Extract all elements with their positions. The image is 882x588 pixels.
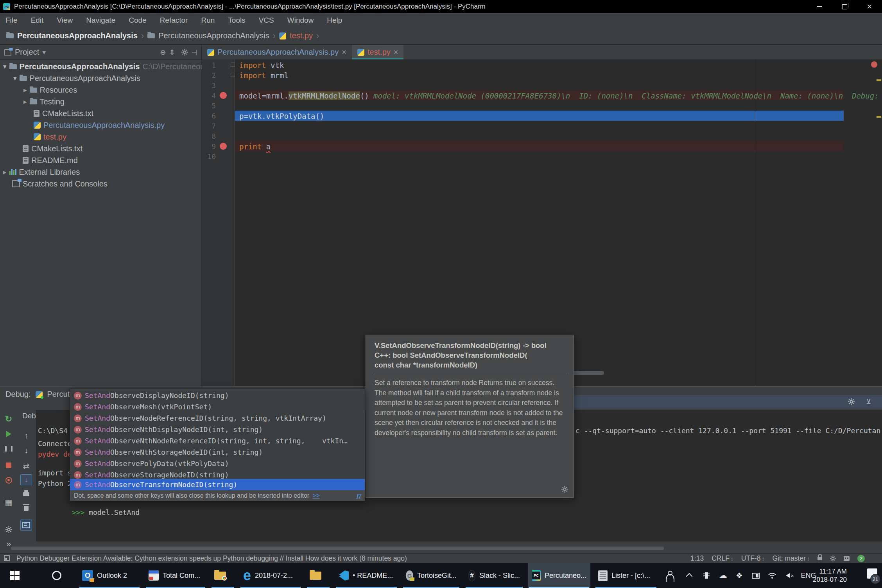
- project-panel-title[interactable]: Project: [15, 48, 39, 57]
- show-prompt-toggle[interactable]: [20, 520, 32, 531]
- menu-window[interactable]: Window: [287, 16, 314, 25]
- menu-refactor[interactable]: Refactor: [160, 16, 188, 25]
- view-breakpoints-button[interactable]: [3, 474, 14, 486]
- tray-display-button[interactable]: [749, 563, 762, 588]
- tree-item-package[interactable]: PercutaneousApproachAnalysis: [13, 72, 140, 84]
- taskbar-app-slack[interactable]: # Slack - Slic...: [464, 563, 524, 588]
- warning-stripe-mark[interactable]: [877, 116, 881, 118]
- tray-expand-button[interactable]: [683, 563, 697, 588]
- menu-navigate[interactable]: Navigate: [86, 16, 115, 25]
- menu-run[interactable]: Run: [201, 16, 215, 25]
- show-command-line-button[interactable]: ↓: [20, 474, 32, 485]
- notification-count-badge[interactable]: 21: [870, 574, 880, 584]
- menu-edit[interactable]: Edit: [31, 16, 44, 25]
- dock-icon[interactable]: ⊻: [866, 398, 871, 406]
- prompt-input[interactable]: model.SetAnd: [89, 508, 140, 516]
- tree-item-main-py[interactable]: PercutaneousApproachAnalysis.py: [34, 119, 165, 131]
- encoding-widget[interactable]: UTF-8: [741, 554, 765, 563]
- taskbar-app-totalcmd[interactable]: Total Com...: [145, 563, 206, 588]
- clear-console-button[interactable]: [20, 502, 32, 514]
- status-message[interactable]: Python Debugger Extension Available: Cyt…: [16, 554, 407, 563]
- fold-marker-icon[interactable]: [231, 73, 235, 77]
- git-branch-widget[interactable]: Git: master: [772, 554, 810, 563]
- menu-tools[interactable]: Tools: [228, 16, 245, 25]
- tree-item-cmakelists-inner[interactable]: CMakeLists.txt: [34, 108, 93, 119]
- expanded-arrow-icon[interactable]: [3, 63, 7, 71]
- tree-item-testing[interactable]: Testing: [23, 96, 65, 108]
- debugger-gear-button[interactable]: [3, 523, 14, 535]
- taskbar-app-vscode[interactable]: • README...: [335, 563, 398, 588]
- completion-item[interactable]: mSetAndObserveNthNodeReferenceID(string,…: [70, 435, 365, 446]
- collapse-all-button[interactable]: ⇕: [169, 48, 175, 57]
- editor-gutter[interactable]: 1 2 3 4 5 6 7 8 9 10: [202, 59, 235, 386]
- menu-view[interactable]: View: [57, 16, 73, 25]
- doc-settings-button[interactable]: [561, 486, 568, 493]
- menu-help[interactable]: Help: [327, 16, 342, 25]
- chevron-down-icon[interactable]: [42, 48, 46, 57]
- line-separator-widget[interactable]: CRLF: [712, 554, 733, 563]
- breadcrumb-file[interactable]: test.py: [290, 31, 313, 40]
- readonly-lock-icon[interactable]: [817, 557, 822, 560]
- restore-layout-button[interactable]: [3, 497, 14, 508]
- tree-item-scratches[interactable]: Scratches and Consoles: [12, 178, 108, 190]
- tray-clock[interactable]: 11:17 AM 2018-07-20: [813, 563, 847, 588]
- collapsed-arrow-icon[interactable]: [23, 98, 27, 106]
- completion-item[interactable]: mSetAndObserveNthStorageNodeID(int, stri…: [70, 446, 365, 458]
- completion-item[interactable]: mSetAndObserveMesh(vtkPointSet): [70, 401, 365, 412]
- completion-item[interactable]: mSetAndObserveDisplayNodeID(string): [70, 390, 365, 401]
- step-up-button[interactable]: [20, 430, 32, 441]
- taskbar-app-tortoisegit[interactable]: G TortoiseGit...: [402, 563, 461, 588]
- tree-item-test-py[interactable]: test.py: [34, 131, 66, 143]
- menu-file[interactable]: File: [5, 16, 18, 25]
- collapsed-arrow-icon[interactable]: [23, 86, 27, 94]
- menu-code[interactable]: Code: [129, 16, 146, 25]
- maximize-button[interactable]: [832, 0, 857, 13]
- parameter-info-icon[interactable]: π: [356, 491, 361, 500]
- tray-dropbox-button[interactable]: [733, 563, 746, 588]
- taskbar-app-explorer-chrome[interactable]: [210, 563, 235, 588]
- hide-panel-button[interactable]: ⊣: [191, 48, 197, 57]
- breadcrumb-project[interactable]: PercutaneousApproachAnalysis: [17, 31, 138, 40]
- taskbar-app-lister[interactable]: Lister - [c:\...: [594, 563, 658, 588]
- tree-item-readme[interactable]: README.md: [23, 154, 78, 166]
- locate-file-button[interactable]: ⊕: [160, 48, 166, 57]
- pause-button[interactable]: [3, 443, 14, 455]
- resume-button[interactable]: [3, 428, 14, 440]
- breakpoint-line4[interactable]: [220, 92, 227, 99]
- completion-item-selected[interactable]: mSetAndObserveTransformNodeID(string): [70, 479, 365, 490]
- expanded-arrow-icon[interactable]: [13, 74, 17, 82]
- completion-item[interactable]: mSetAndObservePolyData(vtkPolyData): [70, 458, 365, 469]
- close-icon[interactable]: [342, 48, 346, 57]
- completion-item[interactable]: mSetAndObserveNodeReferenceID(string, st…: [70, 412, 365, 424]
- tree-item-resources[interactable]: Resources: [23, 84, 77, 96]
- collapsed-arrow-icon[interactable]: [3, 168, 7, 176]
- start-button[interactable]: [7, 563, 23, 588]
- tray-device-button[interactable]: [700, 563, 713, 588]
- notifications-badge[interactable]: 2: [857, 555, 865, 562]
- close-button[interactable]: ×: [857, 0, 882, 13]
- cortana-button[interactable]: [49, 563, 65, 588]
- step-down-button[interactable]: [20, 445, 32, 456]
- print-button[interactable]: [20, 488, 32, 500]
- breakpoint-line9[interactable]: [220, 143, 227, 150]
- panel-settings-button[interactable]: [181, 49, 188, 56]
- warning-stripe-mark[interactable]: [877, 79, 881, 81]
- taskbar-app-edge[interactable]: e 2018-07-2...: [239, 563, 302, 588]
- highlighting-level-button[interactable]: [830, 556, 836, 561]
- tab-main-py[interactable]: PercutaneousApproachAnalysis.py: [202, 45, 352, 59]
- minimize-button[interactable]: [807, 0, 832, 13]
- hector-inspections-icon[interactable]: [844, 556, 850, 561]
- close-icon[interactable]: [394, 48, 398, 57]
- taskbar-app-pycharm-active[interactable]: PC Percutaneo...: [528, 563, 590, 588]
- attach-console-button[interactable]: [20, 460, 32, 472]
- tab-test-py[interactable]: test.py: [352, 45, 404, 59]
- tray-wifi-button[interactable]: [765, 563, 779, 588]
- people-button[interactable]: [662, 563, 678, 588]
- error-stripe-indicator[interactable]: [871, 61, 877, 68]
- console-horizontal-scrollbar[interactable]: [11, 547, 664, 550]
- rerun-button[interactable]: [3, 413, 14, 425]
- taskbar-app-explorer[interactable]: [306, 563, 331, 588]
- taskbar-app-outlook[interactable]: O Outlook 2: [78, 563, 141, 588]
- caret-position-widget[interactable]: 1:13: [690, 554, 704, 563]
- tree-item-cmakelists[interactable]: CMakeLists.txt: [23, 143, 82, 154]
